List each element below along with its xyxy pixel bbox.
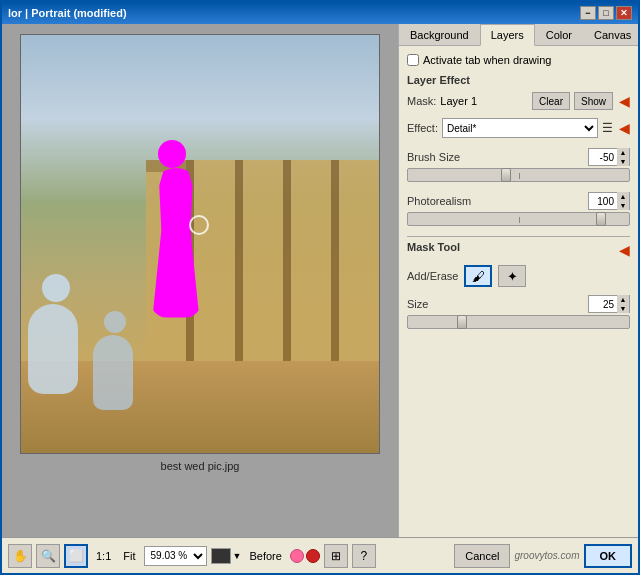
arch-divider-4 [331,160,339,369]
zoom-select[interactable]: 59.03 % [144,546,207,566]
show-button[interactable]: Show [574,92,613,110]
layer-effect-label: Layer Effect [407,74,630,86]
photorealism-thumb[interactable] [596,212,606,226]
maximize-button[interactable]: □ [598,6,614,20]
tab-canvas[interactable]: Canvas [583,24,638,45]
canvas-tool-button[interactable]: ⬜ [64,544,88,568]
photorealism-value: 100 [589,196,617,207]
cancel-button[interactable]: Cancel [454,544,510,568]
brush-cursor [189,215,209,235]
mask-size-group: Size 25 ▲ ▼ [407,295,630,329]
activate-tab-label: Activate tab when drawing [423,54,551,66]
mask-size-label: Size [407,298,428,310]
tab-layers[interactable]: Layers [480,24,535,46]
main-content: best wed pic.jpg Background Layers Color… [2,24,638,537]
dot-pink[interactable] [290,549,304,563]
brush-size-track[interactable] [407,168,630,182]
effect-label: Effect: [407,122,438,134]
close-button[interactable]: ✕ [616,6,632,20]
brush-size-value-box: -50 ▲ ▼ [588,148,630,166]
left-panel: best wed pic.jpg [2,24,398,537]
add-erase-label: Add/Erase [407,270,458,282]
erase-paint-button[interactable]: ✦ [498,265,526,287]
mask-size-up[interactable]: ▲ [617,295,629,304]
window-title: lor | Portrait (modified) [8,7,127,19]
photorealism-label-row: Photorealism 100 ▲ ▼ [407,192,630,210]
brush-size-tick [519,173,520,179]
add-paint-button[interactable]: 🖌 [464,265,492,287]
figure-middle-head [104,311,126,333]
mask-row: Mask: Layer 1 Clear Show ◀ [407,92,630,110]
mask-tool-header: Mask Tool ◀ [407,241,630,259]
brush-size-up[interactable]: ▲ [617,148,629,157]
color-swatch-dark[interactable] [211,548,231,564]
mask-size-thumb[interactable] [457,315,467,329]
dot-red[interactable] [306,549,320,563]
arch-divider-3 [283,160,291,369]
minimize-button[interactable]: − [580,6,596,20]
tab-background[interactable]: Background [399,24,480,45]
main-window: lor | Portrait (modified) − □ ✕ [0,0,640,575]
effect-row: Effect: Detail* ☰ ◀ [407,118,630,138]
ok-button[interactable]: OK [584,544,633,568]
brush-size-thumb[interactable] [501,168,511,182]
brush-size-group: Brush Size -50 ▲ ▼ [407,148,630,182]
bottom-toolbar: ✋ 🔍 ⬜ 1:1 Fit 59.03 % ▼ Before ⊞ ? Cance… [2,537,638,573]
brush-size-spinner: ▲ ▼ [617,148,629,166]
color-dots [290,549,320,563]
divider-1 [407,236,630,237]
mask-size-value: 25 [589,299,617,310]
effect-select[interactable]: Detail* [442,118,598,138]
color-mode-selector: ▼ [211,548,242,564]
clear-button[interactable]: Clear [532,92,570,110]
mask-tool-arrow-icon[interactable]: ◀ [619,242,630,258]
right-panel: Background Layers Color Canvas Activate … [398,24,638,537]
hand-tool-button[interactable]: ✋ [8,544,32,568]
mask-size-down[interactable]: ▼ [617,304,629,313]
mask-tool-section: Mask Tool ◀ Add/Erase 🖌 ✦ Size [407,241,630,329]
figure-middle [93,311,138,411]
before-label: Before [245,550,285,562]
effect-arrow-icon[interactable]: ◀ [619,120,630,136]
photorealism-down[interactable]: ▼ [617,201,629,210]
mask-size-label-row: Size 25 ▲ ▼ [407,295,630,313]
activate-tab-checkbox[interactable] [407,54,419,66]
fit-label: Fit [119,550,139,562]
mask-size-value-box: 25 ▲ ▼ [588,295,630,313]
arch-col-4 [291,160,331,369]
white-figure-body [28,304,78,394]
figure-middle-body [93,335,133,410]
add-erase-row: Add/Erase 🖌 ✦ [407,265,630,287]
photorealism-tick [519,217,520,223]
filename-label: best wed pic.jpg [161,460,240,472]
activate-tab-row: Activate tab when drawing [407,54,630,66]
help-button[interactable]: ? [352,544,376,568]
color-mode-arrow[interactable]: ▼ [233,551,242,561]
photorealism-track[interactable] [407,212,630,226]
brush-size-label-row: Brush Size -50 ▲ ▼ [407,148,630,166]
zoom-ratio-label: 1:1 [92,550,115,562]
mask-arrow-icon[interactable]: ◀ [619,93,630,109]
title-bar: lor | Portrait (modified) − □ ✕ [2,2,638,24]
grid-tool-button[interactable]: ⊞ [324,544,348,568]
photorealism-value-box: 100 ▲ ▼ [588,192,630,210]
arch-divider-2 [235,160,243,369]
magenta-head [158,140,186,168]
tabs-row: Background Layers Color Canvas [399,24,638,46]
brush-size-down[interactable]: ▼ [617,157,629,166]
effect-menu-icon[interactable]: ☰ [602,121,613,135]
mask-label: Mask: [407,95,436,107]
canvas-area[interactable] [20,34,380,454]
zoom-tool-button[interactable]: 🔍 [36,544,60,568]
photorealism-up[interactable]: ▲ [617,192,629,201]
window-controls: − □ ✕ [580,6,632,20]
photorealism-spinner: ▲ ▼ [617,192,629,210]
mask-size-track[interactable] [407,315,630,329]
brush-size-value: -50 [589,152,617,163]
photorealism-label: Photorealism [407,195,471,207]
mask-tool-label: Mask Tool [407,241,460,253]
tab-color[interactable]: Color [535,24,583,45]
arch-col-3 [243,160,283,369]
groovy-logo: groovytos.com [514,550,579,561]
panel-content: Activate tab when drawing Layer Effect M… [399,46,638,537]
